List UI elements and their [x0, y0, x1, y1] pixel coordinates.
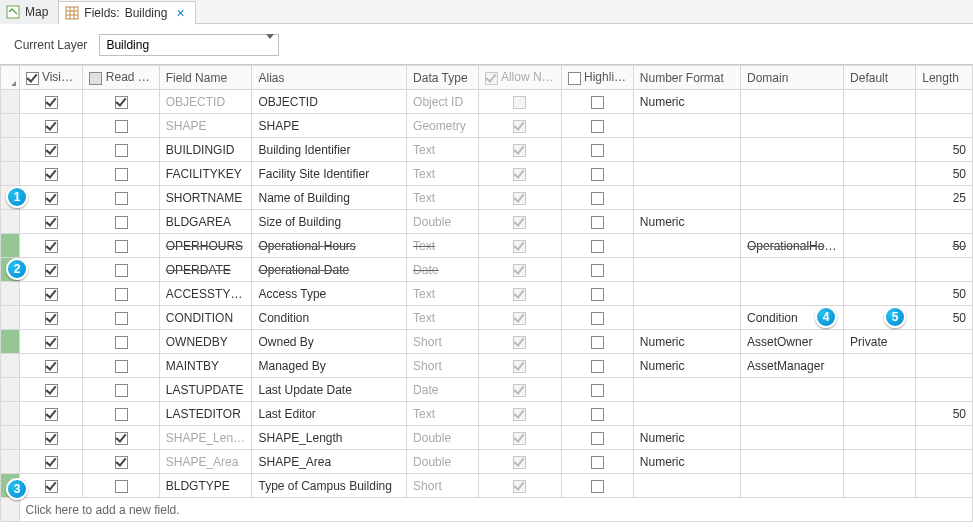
cell-readonly[interactable] — [83, 186, 159, 210]
cell-readonly[interactable] — [83, 90, 159, 114]
cell-numberformat[interactable] — [633, 186, 740, 210]
cell-alias[interactable]: Last Update Date — [252, 378, 407, 402]
cell-visible[interactable] — [19, 354, 83, 378]
cell-fieldname[interactable]: ACCESSTYPE — [159, 282, 252, 306]
cell-domain[interactable]: AssetOwner — [741, 330, 844, 354]
cell-fieldname[interactable]: SHAPE — [159, 114, 252, 138]
cell-length[interactable]: 50 — [916, 138, 973, 162]
cell-numberformat[interactable] — [633, 138, 740, 162]
row-header[interactable] — [1, 162, 20, 186]
cell-numberformat[interactable] — [633, 258, 740, 282]
cell-domain[interactable] — [741, 402, 844, 426]
cell-domain[interactable]: AssetManager — [741, 354, 844, 378]
cell-fieldname[interactable]: BLDGTYPE — [159, 474, 252, 498]
cell-allownull[interactable] — [479, 282, 561, 306]
table-row[interactable]: BUILDINGIDBuilding IdentifierText50 — [1, 138, 973, 162]
cell-alias[interactable]: Type of Campus Building — [252, 474, 407, 498]
tab-map[interactable]: Map — [0, 0, 59, 24]
cell-domain[interactable] — [741, 210, 844, 234]
cell-default[interactable] — [844, 114, 916, 138]
table-row[interactable]: SHAPE_AreaSHAPE_AreaDoubleNumeric — [1, 450, 973, 474]
cell-allownull[interactable] — [479, 306, 561, 330]
table-row[interactable]: LASTUPDATELast Update DateDate — [1, 378, 973, 402]
cell-fieldname[interactable]: OPERDATE — [159, 258, 252, 282]
cell-readonly[interactable] — [83, 378, 159, 402]
cell-visible[interactable] — [19, 330, 83, 354]
cell-fieldname[interactable]: LASTUPDATE — [159, 378, 252, 402]
cell-length[interactable]: 50 — [916, 234, 973, 258]
cell-allownull[interactable] — [479, 426, 561, 450]
cell-datatype[interactable]: Text — [407, 162, 479, 186]
cell-fieldname[interactable]: CONDITION — [159, 306, 252, 330]
cell-allownull[interactable] — [479, 330, 561, 354]
cell-datatype[interactable]: Date — [407, 258, 479, 282]
cell-highlight[interactable] — [561, 282, 633, 306]
table-row[interactable]: ACCESSTYPEAccess TypeText50 — [1, 282, 973, 306]
cell-alias[interactable]: Last Editor — [252, 402, 407, 426]
cell-numberformat[interactable] — [633, 306, 740, 330]
cell-alias[interactable]: Owned By — [252, 330, 407, 354]
cell-datatype[interactable]: Text — [407, 282, 479, 306]
cell-highlight[interactable] — [561, 426, 633, 450]
cell-visible[interactable] — [19, 306, 83, 330]
cell-highlight[interactable] — [561, 90, 633, 114]
cell-numberformat[interactable]: Numeric — [633, 210, 740, 234]
table-row[interactable]: MAINTBYManaged ByShortNumericAssetManage… — [1, 354, 973, 378]
current-layer-combo[interactable] — [99, 34, 279, 56]
cell-visible[interactable] — [19, 402, 83, 426]
col-visible[interactable]: Visible — [19, 66, 83, 90]
cell-datatype[interactable]: Text — [407, 306, 479, 330]
cell-domain[interactable]: OperationalHours — [741, 234, 844, 258]
col-highlight[interactable]: Highlight — [561, 66, 633, 90]
cell-domain[interactable] — [741, 282, 844, 306]
cell-default[interactable] — [844, 186, 916, 210]
cell-datatype[interactable]: Double — [407, 450, 479, 474]
table-row[interactable]: OWNEDBYOwned ByShortNumericAssetOwnerPri… — [1, 330, 973, 354]
cell-readonly[interactable] — [83, 234, 159, 258]
cell-visible[interactable] — [19, 186, 83, 210]
cell-fieldname[interactable]: FACILITYKEY — [159, 162, 252, 186]
cell-length[interactable] — [916, 426, 973, 450]
cell-readonly[interactable] — [83, 306, 159, 330]
cell-visible[interactable] — [19, 282, 83, 306]
cell-allownull[interactable] — [479, 114, 561, 138]
cell-default[interactable] — [844, 162, 916, 186]
col-readonly[interactable]: Read Only — [83, 66, 159, 90]
cell-readonly[interactable] — [83, 162, 159, 186]
cell-datatype[interactable]: Short — [407, 330, 479, 354]
cell-highlight[interactable] — [561, 258, 633, 282]
cell-default[interactable]: Private — [844, 330, 916, 354]
cell-numberformat[interactable] — [633, 114, 740, 138]
cell-fieldname[interactable]: OWNEDBY — [159, 330, 252, 354]
cell-datatype[interactable]: Text — [407, 402, 479, 426]
cell-visible[interactable] — [19, 450, 83, 474]
row-header[interactable] — [1, 402, 20, 426]
cell-fieldname[interactable]: MAINTBY — [159, 354, 252, 378]
cell-alias[interactable]: SHAPE — [252, 114, 407, 138]
cell-length[interactable] — [916, 450, 973, 474]
cell-highlight[interactable] — [561, 234, 633, 258]
cell-fieldname[interactable]: OBJECTID — [159, 90, 252, 114]
table-row[interactable]: FACILITYKEYFacility Site IdentifierText5… — [1, 162, 973, 186]
cell-alias[interactable]: Name of Building — [252, 186, 407, 210]
cell-readonly[interactable] — [83, 138, 159, 162]
cell-length[interactable] — [916, 258, 973, 282]
cell-default[interactable] — [844, 282, 916, 306]
cell-fieldname[interactable]: LASTEDITOR — [159, 402, 252, 426]
cell-alias[interactable]: Building Identifier — [252, 138, 407, 162]
cell-highlight[interactable] — [561, 210, 633, 234]
cell-readonly[interactable] — [83, 426, 159, 450]
cell-length[interactable] — [916, 210, 973, 234]
cell-datatype[interactable]: Text — [407, 186, 479, 210]
cell-datatype[interactable]: Short — [407, 354, 479, 378]
cell-readonly[interactable] — [83, 474, 159, 498]
row-header[interactable] — [1, 138, 20, 162]
cell-default[interactable] — [844, 234, 916, 258]
cell-datatype[interactable]: Double — [407, 210, 479, 234]
cell-fieldname[interactable]: SHORTNAME — [159, 186, 252, 210]
col-allownull[interactable]: Allow NULL — [479, 66, 561, 90]
close-icon[interactable]: × — [176, 5, 184, 21]
cell-domain[interactable] — [741, 114, 844, 138]
cell-highlight[interactable] — [561, 354, 633, 378]
cell-fieldname[interactable]: BUILDINGID — [159, 138, 252, 162]
